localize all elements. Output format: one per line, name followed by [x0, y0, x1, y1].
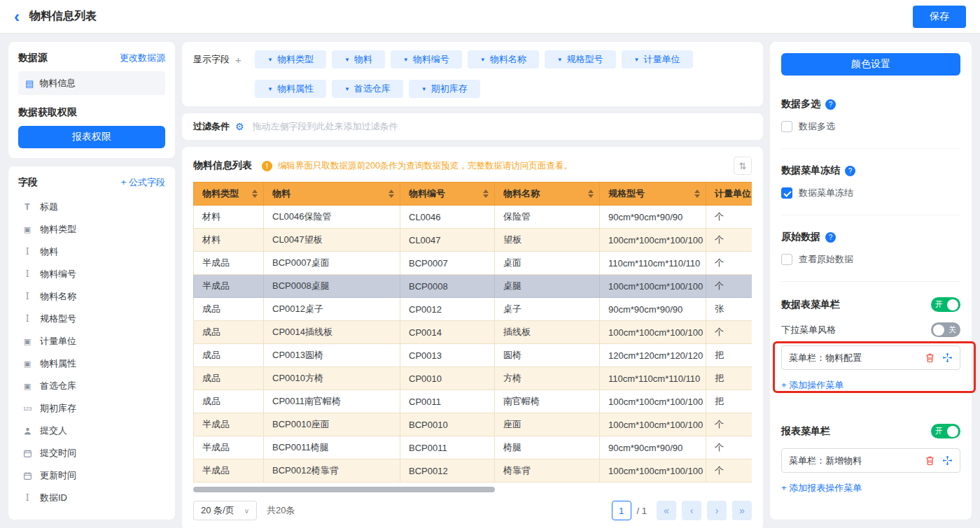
field-item[interactable]: I物料: [18, 241, 165, 263]
field-item[interactable]: 提交时间: [18, 442, 165, 464]
first-page-button[interactable]: «: [657, 501, 676, 520]
field-item[interactable]: T标题: [18, 196, 165, 218]
checkbox[interactable]: [781, 254, 792, 265]
checkbox[interactable]: [781, 187, 792, 199]
display-field-chip[interactable]: ▼物料属性: [255, 80, 326, 98]
table-row[interactable]: 成品CP0010方椅CP0010方椅110cm*110cm*110/110把: [194, 367, 752, 390]
gear-icon[interactable]: ⚙: [235, 121, 244, 132]
field-item[interactable]: I物料编号: [18, 263, 165, 285]
delete-icon[interactable]: [925, 352, 935, 363]
help-icon[interactable]: ?: [825, 232, 836, 243]
table-cell: 90cm*90cm*90/90: [600, 436, 706, 459]
table-row[interactable]: 材料CL0047望板CL0047望板100cm*100cm*100/100个: [194, 229, 752, 252]
display-field-chip[interactable]: ▼期初库存: [409, 80, 480, 98]
change-datasource-link[interactable]: 更改数据源: [120, 52, 165, 64]
table-cell: BCP0008: [400, 275, 495, 298]
table-row[interactable]: 成品CP0014插线板CP0014插线板100cm*100cm*100/100个: [194, 321, 752, 344]
table-row[interactable]: 材料CL0046保险管CL0046保险管90cm*90cm*90/90个: [194, 206, 752, 229]
display-field-chip[interactable]: ▼物料: [332, 50, 385, 69]
table-cell: CP0010: [400, 367, 495, 390]
page-size-select[interactable]: 20 条/页 ∨: [193, 501, 257, 520]
field-item[interactable]: ▣物料属性: [18, 352, 165, 375]
help-icon[interactable]: ?: [845, 166, 855, 176]
column-header[interactable]: 计量单位: [706, 183, 752, 206]
save-button[interactable]: 保存: [913, 6, 966, 28]
field-label: 物料名称: [40, 290, 76, 303]
delete-icon[interactable]: [925, 455, 935, 466]
column-header[interactable]: 物料名称: [495, 183, 600, 206]
menu-freeze-checkbox-row[interactable]: 数据菜单冻结: [781, 187, 960, 199]
sort-carets-icon[interactable]: [588, 190, 594, 198]
back-icon[interactable]: ‹: [14, 8, 20, 25]
display-field-chip[interactable]: ▼首选仓库: [332, 80, 403, 98]
sort-carets-icon[interactable]: [694, 190, 700, 198]
table-row[interactable]: 半成品BCP0010座面BCP0010座面100cm*100cm*100/100…: [194, 413, 752, 436]
raw-data-checkbox-row[interactable]: 查看原始数据: [781, 253, 960, 266]
field-item[interactable]: ▣首选仓库: [18, 375, 165, 397]
color-settings-button[interactable]: 颜色设置: [781, 53, 960, 76]
sort-carets-icon[interactable]: [252, 190, 258, 198]
display-field-chip[interactable]: ▼物料编号: [391, 50, 462, 69]
prev-page-button[interactable]: ‹: [682, 501, 701, 520]
display-field-chip[interactable]: ▼计量单位: [622, 50, 693, 69]
multi-select-checkbox-row[interactable]: 数据多选: [781, 120, 960, 133]
table-row[interactable]: 半成品BCP0008桌腿BCP0008桌腿100cm*100cm*100/100…: [194, 275, 752, 298]
table-menu-item-row[interactable]: 菜单栏：物料配置: [781, 345, 960, 370]
table-row[interactable]: 成品CP0013圆椅CP0013圆椅120cm*120cm*120/120把: [194, 344, 752, 367]
last-page-button[interactable]: »: [732, 501, 752, 520]
sort-carets-icon[interactable]: [388, 190, 394, 198]
table-cell: 半成品: [194, 275, 264, 298]
move-icon[interactable]: [942, 455, 953, 466]
next-page-button[interactable]: ›: [707, 501, 727, 520]
table-menu-toggle[interactable]: 开: [931, 297, 960, 312]
chip-label: 物料类型: [277, 53, 314, 66]
sort-carets-icon[interactable]: [483, 190, 489, 198]
datasource-item[interactable]: ▤ 物料信息: [18, 71, 165, 95]
column-header[interactable]: 物料类型: [194, 183, 264, 206]
report-menu-item-row[interactable]: 菜单栏：新增物料: [781, 448, 960, 473]
field-item[interactable]: 123期初库存: [18, 397, 165, 420]
field-item[interactable]: ▣计量单位: [18, 330, 165, 352]
column-header[interactable]: 物料编号: [400, 183, 495, 206]
horizontal-scrollbar[interactable]: [193, 487, 752, 492]
table-row[interactable]: 半成品BCP0012椅靠背BCP0012椅靠背100cm*100cm*100/1…: [194, 459, 752, 483]
display-field-chip[interactable]: ▼物料名称: [468, 50, 539, 69]
current-page-input[interactable]: 1: [612, 501, 631, 520]
scrollbar-thumb[interactable]: [193, 487, 495, 492]
report-menu-toggle[interactable]: 开: [931, 424, 960, 438]
table-row[interactable]: 成品CP0012桌子CP0012桌子90cm*90cm*90/90张: [194, 298, 752, 321]
field-item[interactable]: I物料名称: [18, 285, 165, 308]
move-icon[interactable]: [942, 352, 953, 363]
column-header[interactable]: 物料: [264, 183, 400, 206]
field-item[interactable]: ▣物料类型: [18, 218, 165, 241]
add-action-menu-link[interactable]: + 添加操作菜单: [781, 379, 844, 392]
field-item[interactable]: I数据ID: [18, 487, 165, 509]
add-formula-field-link[interactable]: + 公式字段: [121, 176, 165, 189]
field-item[interactable]: I规格型号: [18, 308, 165, 330]
column-header[interactable]: 规格型号: [600, 183, 706, 206]
report-permission-button[interactable]: 报表权限: [18, 126, 165, 148]
text-field-icon: I: [21, 292, 34, 301]
chevron-down-icon: ▼: [480, 57, 486, 63]
warning-icon: !: [262, 161, 272, 171]
table-cell: 南官帽椅: [495, 390, 600, 413]
multi-select-section: 数据多选 ? 数据多选: [781, 98, 960, 133]
add-report-menu-link[interactable]: + 添加报表操作菜单: [781, 482, 862, 494]
add-display-field-button[interactable]: +: [235, 54, 241, 66]
table-cell: CP0012桌子: [264, 298, 400, 321]
field-item[interactable]: 更新时间: [18, 464, 165, 487]
field-label: 物料: [40, 245, 58, 258]
display-field-chip[interactable]: ▼物料类型: [255, 50, 326, 69]
table-row[interactable]: 半成品BCP0011椅腿BCP0011椅腿90cm*90cm*90/90个: [194, 436, 752, 459]
chevron-down-icon: ∨: [244, 507, 249, 515]
table-row[interactable]: 成品CP0011南官帽椅CP0011南官帽椅100cm*100cm*100/10…: [194, 390, 752, 413]
sort-tool-icon[interactable]: ⇅: [734, 157, 752, 175]
table-cell: CL0047: [400, 229, 495, 252]
dropdown-style-toggle[interactable]: 关: [931, 322, 960, 337]
table-cell: 100cm*100cm*100/100: [600, 275, 706, 298]
field-item[interactable]: 提交人: [18, 420, 165, 442]
help-icon[interactable]: ?: [825, 99, 836, 110]
table-row[interactable]: 半成品BCP0007桌面BCP0007桌面110cm*110cm*110/110…: [194, 252, 752, 275]
display-field-chip[interactable]: ▼规格型号: [545, 50, 616, 69]
checkbox[interactable]: [781, 121, 792, 132]
